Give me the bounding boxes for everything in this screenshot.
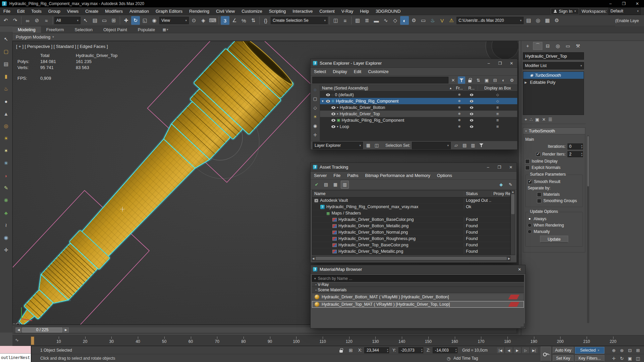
coord-x-field[interactable]: 23,344▴▾ xyxy=(364,347,389,353)
node-name[interactable]: Hydraulic_Driver_Botton xyxy=(340,105,385,110)
asset-row-hydraulic-piling-rig-component-max-vray-max[interactable]: 3Hydraulic_Piling_Rig_Component_max_vray… xyxy=(312,204,510,210)
checkbox[interactable] xyxy=(536,152,540,157)
spinner-snap-toggle-icon[interactable]: ⇅ xyxy=(249,16,258,25)
render-eye-icon[interactable] xyxy=(470,106,473,109)
scene-explorer-row-hydraulic-driver-botton[interactable]: ●Hydraulic_Driver_Botton❄≣ xyxy=(320,104,517,111)
bone-tool-icon[interactable]: ≀ xyxy=(2,221,10,229)
scene-explorer-menu-edit[interactable]: Edit xyxy=(351,68,365,76)
main-menu-scripting[interactable]: Scripting xyxy=(266,7,289,15)
freeze-icon[interactable]: ❄ xyxy=(458,93,461,97)
vault-login-icon[interactable]: ◆ xyxy=(497,181,505,189)
isolate-selection-icon[interactable]: ◎ xyxy=(534,16,542,25)
resize-grip[interactable] xyxy=(521,323,525,327)
check-status-icon[interactable]: ✔ xyxy=(313,181,321,189)
main-menu-group[interactable]: Group xyxy=(45,7,64,15)
edit-named-selection-sets-icon[interactable]: {} xyxy=(261,16,270,25)
spinner-arrows-icon[interactable]: ▴▾ xyxy=(581,152,582,157)
radio-button[interactable] xyxy=(528,217,532,221)
toggle-scene-explorer-icon[interactable]: ▥ xyxy=(353,16,362,25)
visibility-eye-icon[interactable] xyxy=(331,113,335,115)
clear-search-icon[interactable]: ✕ xyxy=(449,76,457,84)
previous-frame-arrow[interactable]: ◀ xyxy=(16,327,21,333)
minimize-button[interactable]: – xyxy=(483,59,494,67)
display-as-box-icon[interactable]: ◇ xyxy=(496,99,499,103)
viewport-layout-icon[interactable]: ◫ xyxy=(634,355,642,362)
explorer-mode-combo[interactable]: Layer Explorer ▾ xyxy=(313,142,363,149)
main-menu-3dground[interactable]: 3DGROUND xyxy=(372,7,404,15)
workspaces-combo[interactable]: Default ▾ xyxy=(608,7,641,15)
scene-explorer-row-hydraulic-piling-rig-component[interactable]: ▼≣Hydraulic_Piling_Rig_Component❄◇ xyxy=(320,98,517,104)
panel-tab-utilities-icon[interactable]: ⚒ xyxy=(573,42,583,50)
orbit-icon[interactable]: ↻ xyxy=(618,355,626,362)
select-by-name-icon[interactable]: ▤ xyxy=(91,16,99,25)
pan-icon[interactable]: ✛ xyxy=(610,355,618,362)
sign-in-button[interactable]: Sign In ▾ xyxy=(551,8,579,14)
go-to-start-button[interactable]: |◀ xyxy=(496,347,504,354)
display-cameras-icon[interactable]: ◉ xyxy=(312,122,319,129)
radio-button[interactable] xyxy=(528,230,532,234)
asset-name[interactable]: Hydraulic_Driver_Botton_BaseColor.png xyxy=(338,217,414,222)
viewport-label[interactable]: [ + ] [ Perspective ] [ Standard ] [ Edg… xyxy=(16,44,108,49)
scene-materials-section-header[interactable]: - Scene Materials xyxy=(312,287,524,293)
droplet-icon[interactable]: ◗ xyxy=(2,172,10,180)
material-browser-titlebar[interactable]: 3 Material/Map Browser ✕ xyxy=(311,265,525,274)
material-search-row[interactable]: ▾ Search by Name ... xyxy=(312,275,524,282)
panel-tab-create-icon[interactable]: + xyxy=(523,42,532,50)
visibility-eye-icon[interactable] xyxy=(326,100,330,103)
display-as-box-icon[interactable]: ≣ xyxy=(496,118,499,122)
horizontal-scrollbar[interactable]: ◀▶ xyxy=(312,256,511,261)
checkbox[interactable] xyxy=(525,166,530,170)
when-rendering-radio-row[interactable]: When Rendering xyxy=(528,223,581,228)
visibility-eye-icon[interactable] xyxy=(331,119,335,122)
display-shapes-icon[interactable]: ◇ xyxy=(312,104,319,111)
configure-columns-icon[interactable]: ◫ xyxy=(373,142,380,149)
materials-checkbox-row[interactable]: Materials xyxy=(528,192,581,197)
expander-icon[interactable]: ▶ xyxy=(525,81,528,84)
display-geometry-toggle-icon[interactable]: ▣ xyxy=(483,76,490,84)
set-key-button[interactable]: Set Key xyxy=(553,355,574,362)
material-map-browser-window[interactable]: 3 Material/Map Browser ✕ ▾ Search by Nam… xyxy=(310,265,526,328)
select-and-link-icon[interactable]: ∞ xyxy=(23,16,32,25)
minimize-button[interactable]: – xyxy=(604,0,617,7)
sun-light-icon[interactable]: ☀ xyxy=(2,134,10,142)
scene-explorer-titlebar[interactable]: 3 Scene Explorer - Layer Explorer – ❐ ✕ xyxy=(311,59,517,68)
asset-name[interactable]: Hydraulic_Driver_Botton_Metallic.png xyxy=(338,224,409,228)
spinner-arrows-icon[interactable]: ▴▾ xyxy=(581,144,582,149)
node-name[interactable]: Hydraulic_Driver_Top xyxy=(340,112,380,116)
display-hierarchy-icon[interactable]: ⊟ xyxy=(491,76,499,84)
name-column-header[interactable]: Name xyxy=(312,191,464,196)
maximize-button[interactable]: ❐ xyxy=(494,163,505,171)
scene-explorer-menu-display[interactable]: Display xyxy=(329,68,351,76)
search-input[interactable] xyxy=(312,77,448,83)
asset-table-header[interactable]: Name Status Proxy Re xyxy=(312,190,510,197)
asset-tracking-window[interactable]: 3 Asset Tracking – ❐ ✕ ServerFilePathsBi… xyxy=(310,163,517,263)
select-and-move-icon[interactable]: ✚ xyxy=(122,16,130,25)
sync-selection-icon[interactable]: ⇅ xyxy=(475,76,482,84)
node-name[interactable]: 0 (default) xyxy=(335,93,354,97)
previous-frame-button[interactable]: ◀ xyxy=(505,347,513,354)
cylinder-primitive-icon[interactable]: ▮ xyxy=(2,72,10,80)
material-item-hydraulic-driver-botton-mat[interactable]: Hydraulic_Driver_Botton_MAT ( VRayMtl ) … xyxy=(312,294,524,300)
maxscript-mini-listener[interactable]: outlinerNest: xyxy=(0,346,32,362)
absolute-mode-icon[interactable]: ⊞ xyxy=(349,346,353,354)
scene-explorer-menu-select[interactable]: Select xyxy=(311,68,329,76)
zoom-all-icon[interactable]: ⊛ xyxy=(618,347,626,354)
align-icon[interactable]: ≡ xyxy=(341,16,350,25)
main-menu-edit[interactable]: Edit xyxy=(14,7,28,15)
ribbon-tab-modeling[interactable]: Modeling xyxy=(12,26,41,33)
rig-model[interactable] xyxy=(13,41,315,325)
node-name[interactable]: Loop xyxy=(340,124,349,129)
main-menu-graph-editors[interactable]: Graph Editors xyxy=(152,7,186,15)
paint-tool-icon[interactable]: ✎ xyxy=(2,184,10,192)
schematic-view-icon[interactable]: ◇ xyxy=(391,16,399,25)
asset-row-hydraulic-driver-top-basecolor-png[interactable]: Hydraulic_Driver_Top_BaseColor.pngFound xyxy=(312,242,510,248)
table-view-icon[interactable]: ▥ xyxy=(341,181,349,189)
display-geometry-icon[interactable]: ▢ xyxy=(312,95,319,102)
scrollbar-thumb[interactable] xyxy=(316,257,507,260)
modifier-enabled-icon[interactable]: ◉ xyxy=(530,73,533,77)
always-radio-row[interactable]: Always xyxy=(528,217,581,221)
freeze-icon[interactable]: ❄ xyxy=(458,106,461,109)
maximize-viewport-icon[interactable]: ▣ xyxy=(626,355,634,362)
pick-material-icon[interactable]: ◐ xyxy=(500,76,507,84)
select-and-manipulate-icon[interactable]: ◈ xyxy=(199,16,208,25)
